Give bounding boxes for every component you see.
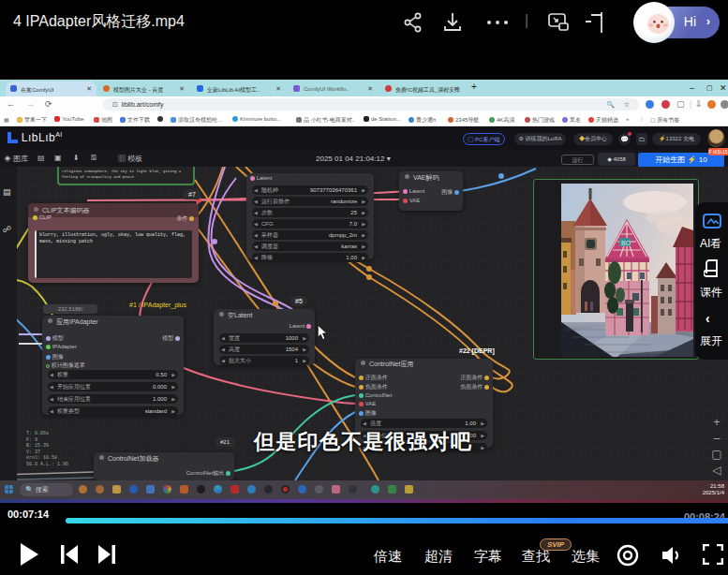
svg-text:BO: BO (621, 240, 631, 246)
